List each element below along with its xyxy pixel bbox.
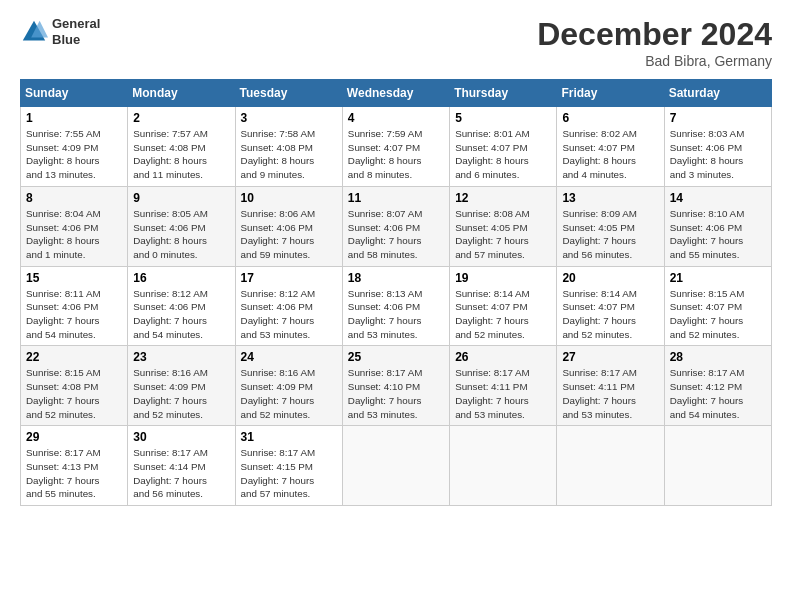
day-6: 6 Sunrise: 8:02 AMSunset: 4:07 PMDayligh…	[557, 107, 664, 187]
day-22: 22 Sunrise: 8:15 AMSunset: 4:08 PMDaylig…	[21, 346, 128, 426]
day-1: 1 Sunrise: 7:55 AMSunset: 4:09 PMDayligh…	[21, 107, 128, 187]
day-8: 8 Sunrise: 8:04 AMSunset: 4:06 PMDayligh…	[21, 186, 128, 266]
day-31: 31 Sunrise: 8:17 AMSunset: 4:15 PMDaylig…	[235, 426, 342, 506]
table-row: 8 Sunrise: 8:04 AMSunset: 4:06 PMDayligh…	[21, 186, 772, 266]
day-5: 5 Sunrise: 8:01 AMSunset: 4:07 PMDayligh…	[450, 107, 557, 187]
day-18: 18 Sunrise: 8:13 AMSunset: 4:06 PMDaylig…	[342, 266, 449, 346]
table-row: 1 Sunrise: 7:55 AMSunset: 4:09 PMDayligh…	[21, 107, 772, 187]
day-16: 16 Sunrise: 8:12 AMSunset: 4:06 PMDaylig…	[128, 266, 235, 346]
col-monday: Monday	[128, 80, 235, 107]
empty-cell	[664, 426, 771, 506]
day-23: 23 Sunrise: 8:16 AMSunset: 4:09 PMDaylig…	[128, 346, 235, 426]
day-30: 30 Sunrise: 8:17 AMSunset: 4:14 PMDaylig…	[128, 426, 235, 506]
day-24: 24 Sunrise: 8:16 AMSunset: 4:09 PMDaylig…	[235, 346, 342, 426]
table-row: 15 Sunrise: 8:11 AMSunset: 4:06 PMDaylig…	[21, 266, 772, 346]
day-4: 4 Sunrise: 7:59 AMSunset: 4:07 PMDayligh…	[342, 107, 449, 187]
day-25: 25 Sunrise: 8:17 AMSunset: 4:10 PMDaylig…	[342, 346, 449, 426]
day-28: 28 Sunrise: 8:17 AMSunset: 4:12 PMDaylig…	[664, 346, 771, 426]
col-sunday: Sunday	[21, 80, 128, 107]
day-21: 21 Sunrise: 8:15 AMSunset: 4:07 PMDaylig…	[664, 266, 771, 346]
empty-cell	[342, 426, 449, 506]
day-9: 9 Sunrise: 8:05 AMSunset: 4:06 PMDayligh…	[128, 186, 235, 266]
day-19: 19 Sunrise: 8:14 AMSunset: 4:07 PMDaylig…	[450, 266, 557, 346]
header-row: Sunday Monday Tuesday Wednesday Thursday…	[21, 80, 772, 107]
month-title: December 2024	[537, 16, 772, 53]
empty-cell	[557, 426, 664, 506]
logo-text: General Blue	[52, 16, 100, 47]
day-26: 26 Sunrise: 8:17 AMSunset: 4:11 PMDaylig…	[450, 346, 557, 426]
header: General Blue December 2024 Bad Bibra, Ge…	[20, 16, 772, 69]
empty-cell	[450, 426, 557, 506]
day-17: 17 Sunrise: 8:12 AMSunset: 4:06 PMDaylig…	[235, 266, 342, 346]
location: Bad Bibra, Germany	[537, 53, 772, 69]
day-20: 20 Sunrise: 8:14 AMSunset: 4:07 PMDaylig…	[557, 266, 664, 346]
table-row: 22 Sunrise: 8:15 AMSunset: 4:08 PMDaylig…	[21, 346, 772, 426]
day-7: 7 Sunrise: 8:03 AMSunset: 4:06 PMDayligh…	[664, 107, 771, 187]
calendar-table: Sunday Monday Tuesday Wednesday Thursday…	[20, 79, 772, 506]
day-10: 10 Sunrise: 8:06 AMSunset: 4:06 PMDaylig…	[235, 186, 342, 266]
table-row: 29 Sunrise: 8:17 AMSunset: 4:13 PMDaylig…	[21, 426, 772, 506]
day-11: 11 Sunrise: 8:07 AMSunset: 4:06 PMDaylig…	[342, 186, 449, 266]
calendar-container: General Blue December 2024 Bad Bibra, Ge…	[0, 0, 792, 516]
day-14: 14 Sunrise: 8:10 AMSunset: 4:06 PMDaylig…	[664, 186, 771, 266]
day-13: 13 Sunrise: 8:09 AMSunset: 4:05 PMDaylig…	[557, 186, 664, 266]
logo-icon	[20, 18, 48, 46]
col-thursday: Thursday	[450, 80, 557, 107]
day-2: 2 Sunrise: 7:57 AMSunset: 4:08 PMDayligh…	[128, 107, 235, 187]
day-29: 29 Sunrise: 8:17 AMSunset: 4:13 PMDaylig…	[21, 426, 128, 506]
day-27: 27 Sunrise: 8:17 AMSunset: 4:11 PMDaylig…	[557, 346, 664, 426]
day-3: 3 Sunrise: 7:58 AMSunset: 4:08 PMDayligh…	[235, 107, 342, 187]
col-tuesday: Tuesday	[235, 80, 342, 107]
day-15: 15 Sunrise: 8:11 AMSunset: 4:06 PMDaylig…	[21, 266, 128, 346]
logo: General Blue	[20, 16, 100, 47]
day-12: 12 Sunrise: 8:08 AMSunset: 4:05 PMDaylig…	[450, 186, 557, 266]
col-saturday: Saturday	[664, 80, 771, 107]
title-block: December 2024 Bad Bibra, Germany	[537, 16, 772, 69]
col-wednesday: Wednesday	[342, 80, 449, 107]
col-friday: Friday	[557, 80, 664, 107]
